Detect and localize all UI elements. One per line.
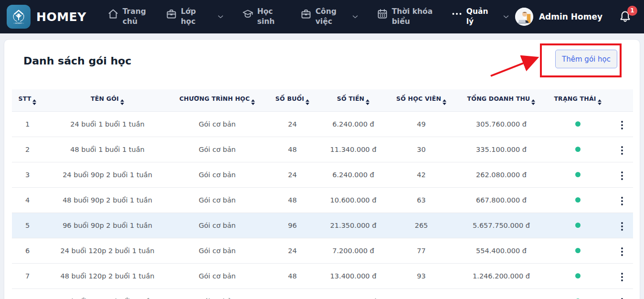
cell-chuong-trinh-hoc: Gói cơ bản (172, 288, 263, 299)
cell-so-tien: 11.340.000 đ (322, 137, 384, 162)
nav-item-label: Quản lý (466, 7, 492, 27)
cell-stt: 3 (12, 162, 43, 187)
cell-so-hoc-vien: 42 (384, 162, 458, 187)
cell-so-tien: 6.240.000 đ (322, 162, 384, 187)
graduation-cap-icon (242, 8, 253, 20)
nav-item-quan-ly[interactable]: Quản lý (451, 7, 510, 27)
column-header-7[interactable]: TỔNG DOANH THU (458, 89, 544, 111)
home-icon (107, 8, 119, 20)
add-package-button[interactable]: Thêm gói học (555, 50, 617, 68)
cell-stt: 7 (12, 263, 43, 288)
kebab-menu-icon[interactable] (618, 296, 626, 299)
column-header-6[interactable]: SỐ HỌC VIÊN (384, 89, 458, 111)
cell-actions (611, 213, 633, 238)
table-row[interactable]: 596 buổi 90p 2 buổi 1 tuầnGói cơ bản9621… (12, 213, 633, 238)
sort-icon (32, 99, 36, 105)
table-row[interactable]: 748 buổi 120p 2 buổi 1 tuầnGói cơ bản481… (12, 263, 633, 288)
nav-item-label: Thời khóa biểu (392, 7, 434, 27)
table-row[interactable]: 896 buổi 120p 2 buổi 1 tuầnGói cơ bản962… (12, 288, 633, 299)
cell-so-buoi: 48 (263, 187, 322, 213)
status-active-dot (575, 121, 581, 127)
cell-so-tien: 13.400.000 đ (322, 263, 384, 288)
user-name[interactable]: Admin Homey (539, 12, 602, 21)
column-label: TỔNG DOANH THU (467, 95, 530, 102)
cell-tong-doanh-thu: 554.400.000 đ (458, 238, 544, 263)
chevron-down-icon (351, 12, 359, 21)
table-row[interactable]: 248 buổi 1 buổi 1 tuầnGói cơ bản4811.340… (12, 137, 633, 162)
cell-stt: 4 (12, 187, 43, 213)
ellipsis-icon (451, 8, 463, 20)
cell-chuong-trinh-hoc: Gói cơ bản (172, 187, 263, 213)
nav-item-lop-hoc[interactable]: Lớp học (166, 7, 225, 27)
sort-icon (598, 99, 602, 105)
kebab-menu-icon[interactable] (618, 220, 626, 233)
cell-so-hoc-vien: 49 (384, 111, 458, 137)
cell-trang-thai (544, 238, 611, 263)
cell-actions (611, 111, 633, 137)
cell-tong-doanh-thu: 667.800.000 đ (458, 187, 544, 213)
brand-name[interactable]: HOMEY (36, 10, 86, 24)
cell-so-hoc-vien: 30 (384, 137, 458, 162)
calendar-icon (377, 8, 388, 20)
main-nav: Trang chủLớp họcHọc sinhCông việcThời kh… (107, 7, 510, 27)
column-header-3[interactable]: CHƯƠNG TRÌNH HỌC (172, 89, 263, 111)
cell-ten-goi: 24 buổi 120p 2 buổi 1 tuần (43, 238, 172, 263)
kebab-menu-icon[interactable] (618, 144, 626, 157)
cell-so-buoi: 24 (263, 162, 322, 187)
cell-so-hoc-vien: 93 (384, 263, 458, 288)
cell-so-tien: 6.240.000 đ (322, 111, 384, 137)
cell-trang-thai (544, 162, 611, 187)
column-label: SỐ TIỀN (337, 95, 365, 102)
kebab-menu-icon[interactable] (618, 170, 626, 182)
table-row[interactable]: 448 buổi 90p 2 buổi 1 tuầnGói cơ bản4810… (12, 187, 633, 213)
column-label: CHƯƠNG TRÌNH HỌC (179, 95, 250, 102)
top-navbar: —HOMEY— HOMEY Trang chủLớp họcHọc sinhCô… (0, 0, 644, 33)
column-label: STT (19, 95, 32, 102)
column-label: TÊN GÓI (91, 95, 119, 102)
kebab-menu-icon[interactable] (618, 271, 626, 283)
notifications-bell-icon[interactable]: 1 (619, 10, 632, 24)
packages-admin-page: { "brand": { "name": "HOMEY" }, "nav": {… (0, 0, 644, 299)
cell-ten-goi: 96 buổi 120p 2 buổi 1 tuần (43, 288, 172, 299)
homey-logo-icon[interactable]: —HOMEY— (7, 5, 31, 29)
user-avatar[interactable] (515, 8, 533, 26)
cell-actions (611, 137, 633, 162)
cell-tong-doanh-thu (458, 288, 544, 299)
column-header-5[interactable]: SỐ TIỀN (322, 89, 384, 111)
kebab-menu-icon[interactable] (618, 195, 626, 207)
nav-item-hoc-sinh[interactable]: Học sinh (242, 7, 283, 27)
notification-count-badge: 1 (627, 6, 637, 16)
cell-so-tien: 10.600.000 đ (322, 187, 384, 213)
status-active-dot (575, 147, 581, 152)
cell-actions (611, 187, 633, 213)
briefcase-icon (166, 8, 177, 20)
cell-stt: 2 (12, 137, 43, 162)
packages-table: STTTÊN GÓICHƯƠNG TRÌNH HỌCSỐ BUỔISỐ TIỀN… (12, 89, 633, 299)
sort-icon (531, 99, 535, 105)
cell-trang-thai (544, 111, 611, 137)
table-wrap: STTTÊN GÓICHƯƠNG TRÌNH HỌCSỐ BUỔISỐ TIỀN… (12, 89, 632, 299)
svg-text:—HOMEY—: —HOMEY— (13, 22, 24, 24)
table-row[interactable]: 124 buổi 1 buổi 1 tuầnGói cơ bản246.240.… (12, 111, 633, 137)
cell-chuong-trinh-hoc: Gói cơ bản (172, 137, 263, 162)
kebab-menu-icon[interactable] (618, 119, 626, 131)
column-header-4[interactable]: SỐ BUỔI (263, 89, 322, 111)
cell-so-buoi: 48 (263, 263, 322, 288)
table-row[interactable]: 324 buổi 90p 2 buổi 1 tuầnGói cơ bản246.… (12, 162, 633, 187)
cell-so-buoi: 96 (263, 288, 322, 299)
cell-chuong-trinh-hoc: Gói cơ bản (172, 111, 263, 137)
cell-actions (611, 263, 633, 288)
column-header-2[interactable]: TÊN GÓI (43, 89, 172, 111)
cell-stt: 5 (12, 213, 43, 238)
nav-item-trang-chu[interactable]: Trang chủ (107, 7, 148, 27)
table-row[interactable]: 624 buổi 120p 2 buổi 1 tuầnGói cơ bản247… (12, 238, 633, 263)
column-header-1[interactable]: STT (12, 89, 43, 111)
cell-tong-doanh-thu: 5.657.750.000 đ (458, 213, 544, 238)
nav-item-cong-viec[interactable]: Công việc (300, 7, 359, 27)
status-active-dot (575, 273, 581, 278)
kebab-menu-icon[interactable] (618, 246, 626, 258)
cell-ten-goi: 48 buổi 90p 2 buổi 1 tuần (43, 187, 172, 213)
nav-item-thoi-khoa-bieu[interactable]: Thời khóa biểu (377, 7, 434, 27)
status-active-dot (575, 223, 581, 228)
column-header-8[interactable]: TRẠNG THÁI (544, 89, 611, 111)
